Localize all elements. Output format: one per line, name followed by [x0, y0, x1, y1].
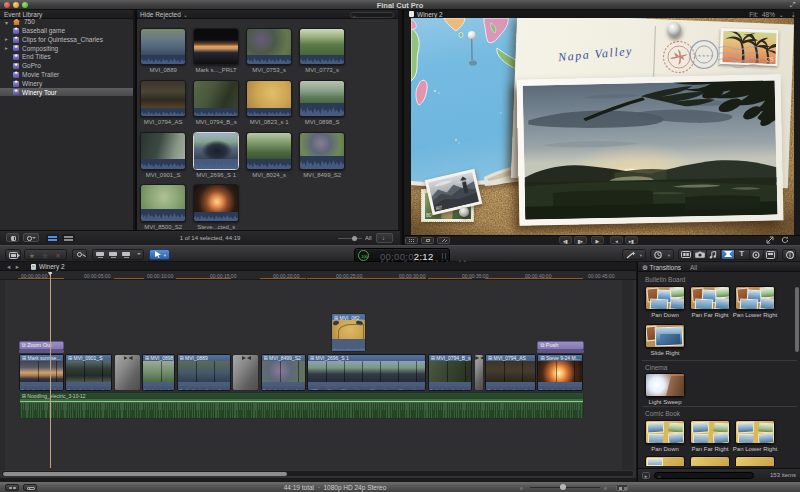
svg-text:★★★★★: ★★★★★ [694, 53, 715, 58]
